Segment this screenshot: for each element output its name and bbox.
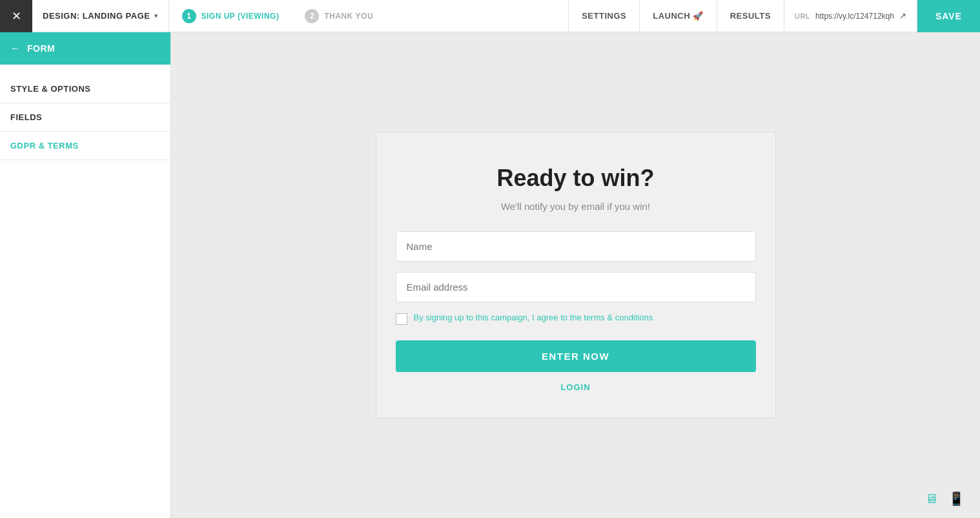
- email-input[interactable]: [396, 272, 756, 302]
- name-input[interactable]: [396, 231, 756, 262]
- step-2-badge: 2: [305, 9, 319, 23]
- step-1-badge: 1: [182, 9, 196, 23]
- close-icon: ✕: [12, 9, 21, 23]
- chevron-down-icon: ▾: [154, 12, 158, 20]
- save-button[interactable]: SAVE: [917, 0, 980, 32]
- steps-nav: 1 SIGN UP (VIEWING) 2 THANK YOU: [169, 0, 387, 32]
- form-title: Ready to win?: [496, 165, 654, 192]
- terms-checkbox[interactable]: [396, 313, 407, 325]
- login-link[interactable]: LOGIN: [560, 382, 590, 392]
- sidebar: ← FORM STYLE & OPTIONS FIELDS GDPR & TER…: [0, 32, 171, 518]
- design-label: DESIGN: LANDING PAGE: [43, 11, 150, 21]
- desktop-icon[interactable]: 🖥: [925, 492, 938, 506]
- main-layout: ← FORM STYLE & OPTIONS FIELDS GDPR & TER…: [0, 32, 980, 518]
- top-nav: SETTINGS LAUNCH 🚀 RESULTS: [568, 0, 784, 32]
- preview-card: Ready to win? We'll notify you by email …: [376, 132, 776, 419]
- url-label: URL: [795, 12, 810, 20]
- name-field-wrapper: [396, 231, 756, 262]
- step-1[interactable]: 1 SIGN UP (VIEWING): [169, 0, 292, 32]
- url-bar: URL https://vy.lc/124712kqh ↗: [784, 0, 917, 32]
- settings-nav-item[interactable]: SETTINGS: [569, 0, 640, 32]
- sidebar-item-style-options[interactable]: STYLE & OPTIONS: [0, 75, 170, 103]
- design-dropdown[interactable]: DESIGN: LANDING PAGE ▾: [32, 0, 169, 32]
- sidebar-menu: STYLE & OPTIONS FIELDS GDPR & TERMS: [0, 65, 170, 171]
- terms-text[interactable]: By signing up to this campaign, I agree …: [414, 313, 653, 322]
- sidebar-item-fields[interactable]: FIELDS: [0, 103, 170, 132]
- device-icons: 🖥 📱: [925, 491, 965, 506]
- email-field-wrapper: [396, 272, 756, 302]
- sidebar-item-gdpr-terms[interactable]: GDPR & TERMS: [0, 132, 170, 160]
- terms-row: By signing up to this campaign, I agree …: [396, 313, 756, 325]
- form-subtitle: We'll notify you by email if you win!: [501, 201, 650, 212]
- step-2-label: THANK YOU: [324, 12, 373, 21]
- content-area: Ready to win? We'll notify you by email …: [171, 32, 980, 518]
- enter-now-button[interactable]: ENTER NOW: [396, 340, 756, 372]
- tablet-icon[interactable]: 📱: [948, 491, 965, 506]
- step-1-label: SIGN UP (VIEWING): [201, 12, 280, 21]
- close-button[interactable]: ✕: [0, 0, 32, 32]
- launch-nav-item[interactable]: LAUNCH 🚀: [640, 0, 717, 32]
- url-value: https://vy.lc/124712kqh: [815, 12, 894, 21]
- sidebar-header[interactable]: ← FORM: [0, 32, 170, 65]
- external-link-icon[interactable]: ↗: [899, 11, 906, 21]
- results-nav-item[interactable]: RESULTS: [717, 0, 784, 32]
- back-arrow-icon: ←: [10, 43, 21, 54]
- sidebar-title: FORM: [27, 43, 55, 54]
- step-2[interactable]: 2 THANK YOU: [292, 0, 386, 32]
- topbar: ✕ DESIGN: LANDING PAGE ▾ 1 SIGN UP (VIEW…: [0, 0, 980, 32]
